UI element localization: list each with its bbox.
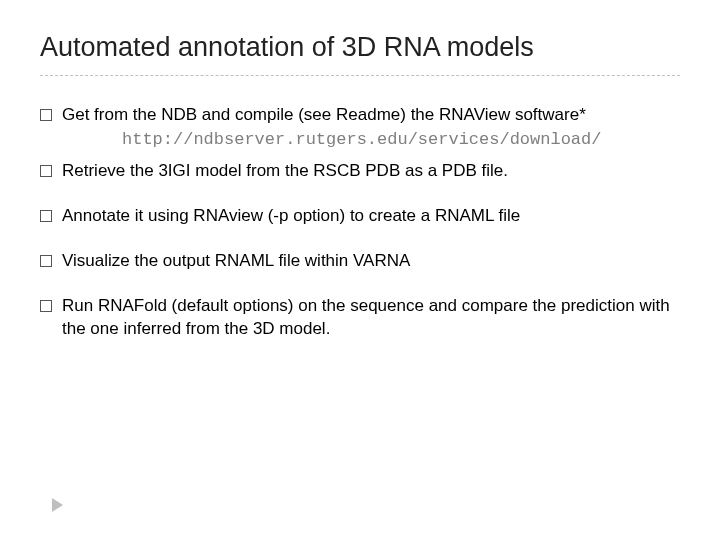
bullet-text: Run RNAFold (default options) on the seq… xyxy=(62,296,670,338)
bullet-text: Annotate it using RNAview (-p option) to… xyxy=(62,206,520,225)
slide: Automated annotation of 3D RNA models Ge… xyxy=(0,0,720,540)
bullet-text: Visualize the output RNAML file within V… xyxy=(62,251,410,270)
bullet-text: Get from the NDB and compile (see Readme… xyxy=(62,105,586,124)
arrow-right-icon xyxy=(52,498,63,512)
bullet-item-4: Visualize the output RNAML file within V… xyxy=(40,250,680,273)
bullet-list: Get from the NDB and compile (see Readme… xyxy=(40,104,680,341)
page-title: Automated annotation of 3D RNA models xyxy=(40,32,680,76)
bullet-text: Retrieve the 3IGI model from the RSCB PD… xyxy=(62,161,508,180)
bullet-item-3: Annotate it using RNAview (-p option) to… xyxy=(40,205,680,228)
bullet-url: http://ndbserver.rutgers.edu/services/do… xyxy=(62,129,680,152)
bullet-item-5: Run RNAFold (default options) on the seq… xyxy=(40,295,680,341)
bullet-item-2: Retrieve the 3IGI model from the RSCB PD… xyxy=(40,160,680,183)
bullet-item-1: Get from the NDB and compile (see Readme… xyxy=(40,104,680,152)
